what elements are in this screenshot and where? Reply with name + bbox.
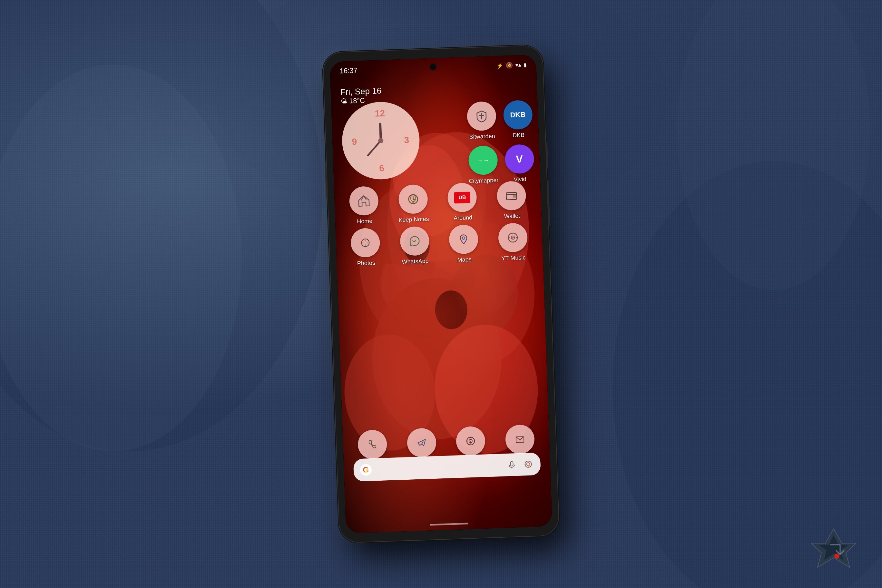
app-citymapper[interactable]: →→ Citymapper [467, 146, 499, 185]
app-wallet[interactable]: Wallet [493, 180, 530, 220]
lens-search-button[interactable] [522, 458, 534, 470]
app-vivid[interactable]: V Vivid [504, 144, 536, 183]
photos-icon [350, 228, 380, 258]
citymapper-icon: →→ [468, 146, 498, 176]
app-maps[interactable]: Maps [446, 224, 482, 264]
phone-screen: 16:37 ⚡ 🔕 ▾▴ ▮ Fri, Sep 16 🌤 18°C [330, 54, 552, 533]
app-bitwarden[interactable]: Bitwarden [465, 101, 497, 141]
browser-icon [456, 426, 486, 456]
svg-rect-42 [510, 462, 513, 466]
bitwarden-icon [466, 101, 496, 131]
clock-widget[interactable]: 12 3 6 9 [341, 100, 421, 180]
svg-line-22 [367, 141, 381, 155]
svg-point-15 [435, 290, 468, 330]
svg-text:12: 12 [375, 108, 385, 118]
keep-label: Keep Notes [399, 216, 429, 224]
svg-line-36 [422, 441, 423, 444]
app-whatsapp[interactable]: WhatsApp [396, 226, 433, 266]
app-around[interactable]: DB Around [444, 183, 481, 222]
ytmusic-label: YT Music [501, 254, 525, 262]
phone-device: 16:37 ⚡ 🔕 ▾▴ ▮ Fri, Sep 16 🌤 18°C [323, 45, 559, 543]
telegram-icon [406, 428, 436, 458]
app-photos[interactable]: Photos [347, 228, 384, 267]
app-home[interactable]: Home [346, 186, 382, 225]
voice-search-button[interactable] [506, 459, 518, 471]
app-keep[interactable]: Keep Notes [395, 184, 432, 224]
svg-point-45 [526, 463, 530, 466]
phone-icon [357, 429, 387, 459]
wallet-icon [496, 181, 526, 211]
around-label: Around [454, 214, 472, 222]
app-dkb[interactable]: DKB DKB [502, 100, 534, 139]
maps-icon [449, 224, 479, 254]
google-logo: G [360, 464, 372, 476]
svg-line-30 [506, 194, 516, 195]
svg-text:6: 6 [379, 163, 385, 173]
svg-point-12 [369, 276, 504, 442]
status-time: 16:37 [339, 66, 357, 75]
watermark [811, 525, 856, 572]
dock-phone[interactable] [354, 429, 391, 462]
dock-browser[interactable] [453, 426, 489, 459]
dkb-label: DKB [513, 132, 525, 139]
home-label: Home [357, 218, 373, 225]
wallet-label: Wallet [504, 213, 520, 220]
app-ytmusic[interactable]: YT Music [495, 222, 531, 262]
keep-icon [398, 184, 428, 214]
photos-label: Photos [357, 260, 375, 267]
svg-text:3: 3 [404, 135, 410, 145]
dock-gmail[interactable] [502, 424, 538, 457]
vivid-icon: V [504, 144, 534, 174]
app-row-2: Photos WhatsApp [340, 222, 538, 267]
svg-point-51 [834, 554, 840, 559]
dock-telegram[interactable] [403, 428, 440, 460]
top-apps-grid: Bitwarden DKB DKB →→ Citymapper V Vivid [465, 100, 536, 185]
home-icon [349, 186, 379, 216]
ytmusic-icon [498, 223, 528, 253]
around-icon: DB [447, 183, 477, 213]
notification-icon: ⚡ [496, 62, 503, 69]
signal-icon: ▾▴ [515, 61, 521, 69]
dkb-icon: DKB [503, 100, 533, 130]
app-row-1: Home Keep Notes [339, 180, 537, 226]
date-text: Fri, Sep 16 [340, 86, 381, 97]
svg-point-32 [462, 237, 465, 239]
whatsapp-label: WhatsApp [402, 258, 429, 265]
battery-icon: ▮ [524, 62, 527, 68]
status-icons: ⚡ 🔕 ▾▴ ▮ [496, 61, 527, 69]
bitwarden-label: Bitwarden [469, 133, 495, 141]
svg-rect-29 [513, 195, 516, 198]
whatsapp-icon [399, 226, 429, 256]
maps-label: Maps [457, 256, 472, 264]
svg-text:9: 9 [352, 136, 357, 147]
mute-icon: 🔕 [506, 62, 513, 69]
gmail-icon [505, 424, 535, 454]
